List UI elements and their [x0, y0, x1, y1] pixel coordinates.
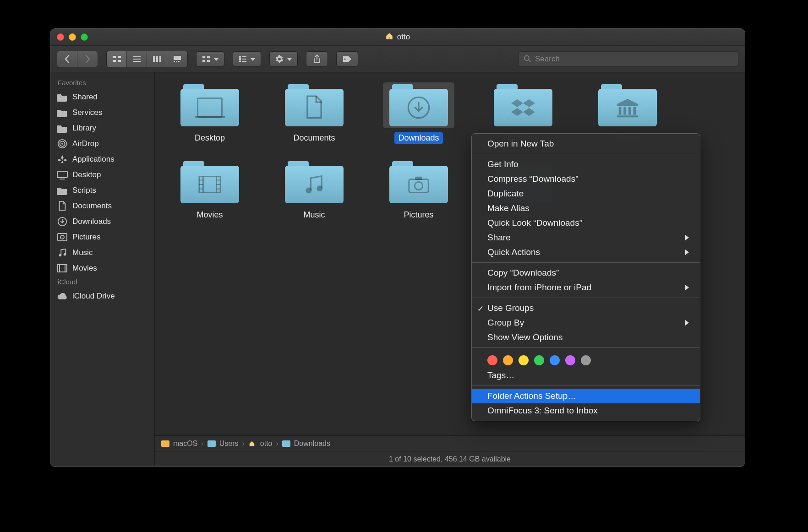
- chevron-right-icon: ›: [276, 440, 278, 448]
- sidebar-item-library[interactable]: Library: [50, 120, 154, 136]
- sidebar-item-scripts[interactable]: Scripts: [50, 183, 154, 198]
- folder-item-pictures[interactable]: Pictures: [377, 159, 460, 221]
- tag-orange[interactable]: [503, 355, 513, 365]
- tags-button[interactable]: [336, 51, 358, 67]
- titlebar: otto: [50, 29, 745, 46]
- zoom-window-button[interactable]: [81, 33, 88, 41]
- close-window-button[interactable]: [57, 33, 64, 41]
- svg-rect-9: [159, 56, 161, 62]
- path-bar: macOS›Users›otto›Downloads: [155, 435, 745, 451]
- path-segment-otto[interactable]: otto: [248, 440, 273, 448]
- menu-item[interactable]: Copy “Downloads”: [472, 266, 700, 280]
- menu-separator: [472, 347, 700, 348]
- tag-yellow[interactable]: [519, 355, 529, 365]
- sidebar-item-movies[interactable]: Movies: [50, 261, 154, 276]
- folder-item-music[interactable]: Music: [273, 159, 355, 221]
- sidebar-section-header: Favorites: [50, 77, 154, 89]
- folder-icon: [383, 82, 454, 128]
- sidebar-item-music[interactable]: Music: [50, 245, 154, 261]
- tag-purple[interactable]: [565, 355, 575, 365]
- arrange-button[interactable]: [233, 51, 261, 67]
- svg-point-34: [60, 235, 64, 239]
- menu-item-label: Folder Actions Setup…: [487, 391, 576, 401]
- sidebar-item-pictures[interactable]: Pictures: [50, 229, 154, 245]
- menu-item[interactable]: OmniFocus 3: Send to Inbox: [472, 403, 700, 418]
- sidebar-item-documents[interactable]: Documents: [50, 198, 154, 214]
- menu-item[interactable]: Use Groups✓: [472, 301, 700, 315]
- tag-red[interactable]: [487, 355, 497, 365]
- search-field[interactable]: Search: [519, 51, 738, 67]
- svg-rect-7: [153, 56, 155, 62]
- folder-item-documents[interactable]: Documents: [273, 82, 355, 144]
- svg-rect-30: [57, 171, 67, 178]
- sidebar-item-airdrop[interactable]: AirDrop: [50, 136, 154, 152]
- folder-item-movies[interactable]: Movies: [169, 159, 251, 221]
- tag-gray[interactable]: [581, 355, 591, 365]
- sidebar-item-applications[interactable]: Applications: [50, 152, 154, 167]
- menu-item[interactable]: Group By: [472, 315, 700, 330]
- svg-rect-11: [174, 61, 175, 62]
- path-segment-downloads[interactable]: Downloads: [282, 440, 330, 448]
- path-segment-users[interactable]: Users: [207, 440, 239, 448]
- window-title-text: otto: [397, 33, 410, 42]
- sidebar-item-label: Scripts: [72, 186, 96, 195]
- sidebar-item-shared[interactable]: Shared: [50, 89, 154, 105]
- sidebar: FavoritesSharedServicesLibraryAirDropApp…: [50, 72, 155, 467]
- svg-point-22: [240, 60, 241, 62]
- sidebar-item-downloads[interactable]: Downloads: [50, 214, 154, 229]
- home-icon: [248, 440, 257, 447]
- folder-label: Downloads: [394, 132, 442, 144]
- menu-item[interactable]: Show View Options: [472, 330, 700, 345]
- path-segment-macos[interactable]: macOS: [161, 440, 197, 448]
- menu-item[interactable]: Quick Look “Downloads”: [472, 216, 700, 230]
- folder-label: Music: [300, 209, 328, 221]
- path-label: otto: [260, 440, 273, 448]
- folder-icon: [57, 92, 68, 102]
- menu-item-label: Show View Options: [487, 332, 562, 342]
- folder-item-desktop[interactable]: Desktop: [169, 82, 251, 144]
- svg-rect-17: [207, 60, 210, 62]
- back-button[interactable]: [57, 51, 77, 67]
- nav-buttons: [57, 51, 98, 67]
- share-button[interactable]: [306, 51, 328, 67]
- cloud-icon: [57, 291, 68, 301]
- folder-icon: [487, 82, 559, 128]
- menu-item-label: Import from iPhone or iPad: [487, 282, 591, 293]
- menu-item[interactable]: Folder Actions Setup…: [472, 389, 700, 403]
- svg-rect-33: [58, 233, 67, 241]
- menu-item[interactable]: Import from iPhone or iPad: [472, 280, 700, 295]
- tag-blue[interactable]: [550, 355, 560, 365]
- sidebar-item-icloud-drive[interactable]: iCloud Drive: [50, 288, 154, 304]
- minimize-window-button[interactable]: [69, 33, 76, 41]
- menu-item[interactable]: Share: [472, 230, 700, 245]
- path-label: Downloads: [294, 440, 330, 448]
- menu-item[interactable]: Open in New Tab: [472, 136, 700, 151]
- airdrop-icon: [57, 139, 68, 149]
- column-view-button[interactable]: [147, 51, 167, 67]
- svg-point-35: [59, 254, 62, 257]
- menu-item-label: Copy “Downloads”: [487, 268, 559, 278]
- chevron-down-icon: [251, 58, 255, 61]
- folder-item-downloads[interactable]: Downloads: [377, 82, 460, 144]
- desktop-icon: [57, 170, 68, 180]
- menu-item-label: Make Alias: [487, 203, 530, 213]
- icon-view-button[interactable]: [107, 51, 127, 67]
- group-button[interactable]: [196, 51, 224, 67]
- menu-item[interactable]: Quick Actions: [472, 245, 700, 260]
- sidebar-item-desktop[interactable]: Desktop: [50, 167, 154, 183]
- list-view-button[interactable]: [127, 51, 147, 67]
- menu-item[interactable]: Get Info: [472, 157, 700, 172]
- action-button[interactable]: [269, 51, 298, 67]
- folder-icon: [174, 82, 246, 128]
- tag-green[interactable]: [534, 355, 544, 365]
- sidebar-item-services[interactable]: Services: [50, 105, 154, 120]
- forward-button[interactable]: [77, 51, 98, 67]
- menu-item[interactable]: Compress “Downloads”: [472, 172, 700, 186]
- gallery-view-button[interactable]: [167, 51, 187, 67]
- sidebar-item-label: Music: [72, 248, 93, 257]
- menu-item[interactable]: Make Alias: [472, 201, 700, 216]
- downloads-icon: [57, 217, 68, 227]
- menu-item[interactable]: Duplicate: [472, 186, 700, 201]
- folder-icon: [57, 108, 68, 118]
- menu-item[interactable]: Tags…: [472, 368, 700, 383]
